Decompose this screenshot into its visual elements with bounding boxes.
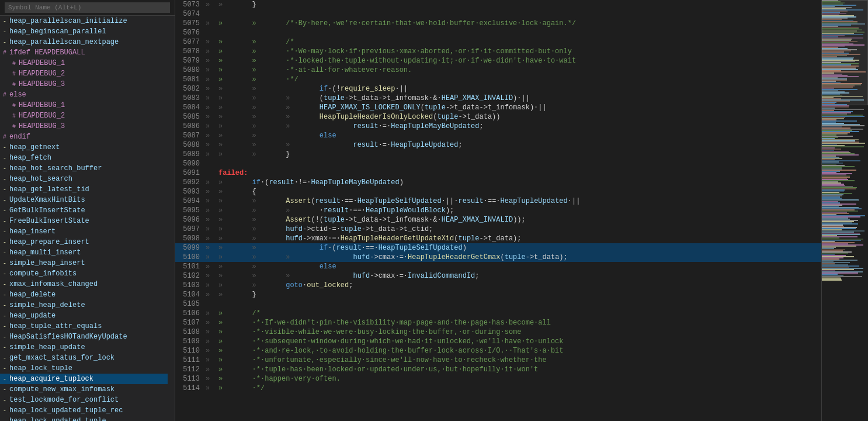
line-number: 5090 xyxy=(175,159,204,168)
line-number: 5100 xyxy=(175,253,204,262)
sidebar-item-simple_heap_update[interactable]: -simple_heap_update xyxy=(0,342,168,353)
sidebar-item-HEAPDEBUG_1_1[interactable]: #HEAPDEBUG_1 xyxy=(0,58,168,68)
line-number: 5098 xyxy=(175,234,204,243)
line-arrow: » xyxy=(204,103,216,112)
sidebar-item-heap_getnext[interactable]: -heap_getnext xyxy=(0,142,168,153)
line-arrow: » xyxy=(204,356,216,365)
sidebar-item-heap_multi_insert[interactable]: -heap_multi_insert xyxy=(0,247,168,258)
func-icon: - xyxy=(0,250,9,256)
line-code xyxy=(216,9,821,19)
symbol-search-input[interactable] xyxy=(5,2,170,13)
sidebar-item-heap_hot_search_buffer[interactable]: -heap_hot_search_buffer xyxy=(0,163,168,174)
sidebar-item-heap_acquire_tuplock[interactable]: -heap_acquire_tuplock xyxy=(0,374,168,384)
code-line-5088: 5088»» » » result·=·HeapTupleUpdated; xyxy=(175,140,821,150)
sidebar-item-else_1[interactable]: #else xyxy=(0,89,168,100)
sidebar-item-heap_delete[interactable]: -heap_delete xyxy=(0,289,168,300)
line-arrow: » xyxy=(204,0,216,9)
sidebar-item-heap_beginscan_parallel[interactable]: -heap_beginscan_parallel xyxy=(0,26,168,37)
sidebar-item-heap_insert[interactable]: -heap_insert xyxy=(0,226,168,237)
hash-icon: # xyxy=(9,113,19,119)
sidebar-item-heap_lock_updated_tuple[interactable]: -heap_lock_updated_tuple xyxy=(0,416,168,421)
line-number: 5085 xyxy=(175,112,204,122)
func-icon: - xyxy=(0,187,9,193)
func-icon: - xyxy=(0,355,9,361)
sidebar-scrollbar[interactable] xyxy=(168,16,175,421)
sidebar-item-FreeBulkInsertState[interactable]: -FreeBulkInsertState xyxy=(0,216,168,226)
func-icon: - xyxy=(0,239,9,246)
line-number: 5092 xyxy=(175,178,204,187)
sidebar-item-heap_lock_updated_tuple_rec[interactable]: -heap_lock_updated_tuple_rec xyxy=(0,405,168,416)
sidebar-item-simple_heap_delete[interactable]: -simple_heap_delete xyxy=(0,300,168,310)
code-line-5110: 5110»» ·*·and·re-lock,·to·avoid·holding·… xyxy=(175,346,821,356)
line-number: 5089 xyxy=(175,150,204,159)
line-number: 5086 xyxy=(175,122,204,131)
sidebar-item-HEAPDEBUG_3_2[interactable]: #HEAPDEBUG_3 xyxy=(0,121,168,132)
line-arrow: » xyxy=(204,140,216,150)
line-number: 5096 xyxy=(175,215,204,225)
sidebar-item-heap_fetch[interactable]: -heap_fetch xyxy=(0,153,168,163)
sidebar-item-HEAPDEBUG_1_2[interactable]: #HEAPDEBUG_1 xyxy=(0,100,168,111)
code-line-5082: 5082»» » if·(!require_sleep·|| xyxy=(175,84,821,94)
sidebar-item-label: heap_lock_updated_tuple_rec xyxy=(9,406,123,415)
code-line-5112: 5112»» ·*·tuple·has·been·locked·or·updat… xyxy=(175,365,821,374)
sidebar-item-HEAPDEBUG_3_1[interactable]: #HEAPDEBUG_3 xyxy=(0,79,168,89)
sidebar-item-label: heap_parallelscan_initialize xyxy=(9,17,127,25)
sidebar-item-heap_prepare_insert[interactable]: -heap_prepare_insert xyxy=(0,237,168,247)
sidebar-item-heap_update[interactable]: -heap_update xyxy=(0,310,168,321)
sidebar-item-HeapSatisfiesHOTandKeyUpdate[interactable]: -HeapSatisfiesHOTandKeyUpdate xyxy=(0,332,168,342)
sidebar-item-label: HEAPDEBUG_3 xyxy=(19,80,65,88)
line-number: 5079 xyxy=(175,56,204,65)
func-icon: - xyxy=(0,376,9,382)
line-arrow xyxy=(204,299,216,309)
sidebar-item-heap_parallelscan_initialize[interactable]: -heap_parallelscan_initialize xyxy=(0,16,168,26)
line-code: » » » HeapTupleHeaderIsOnlyLocked(tuple-… xyxy=(216,112,821,122)
sidebar-item-GetBulkInsertState[interactable]: -GetBulkInsertState xyxy=(0,205,168,216)
sidebar-item-compute_new_xmax_infomask[interactable]: -compute_new_xmax_infomask xyxy=(0,384,168,395)
sidebar-item-get_mxact_status_for_lock[interactable]: -get_mxact_status_for_lock xyxy=(0,353,168,363)
sidebar-item-HEAPDEBUG_2_2[interactable]: #HEAPDEBUG_2 xyxy=(0,111,168,121)
line-arrow: » xyxy=(204,243,216,253)
sidebar: -heap_parallelscan_initialize-heap_begin… xyxy=(0,0,175,421)
sidebar-item-compute_infobits[interactable]: -compute_infobits xyxy=(0,268,168,279)
code-line-5091: 5091failed: xyxy=(175,168,821,178)
line-number: 5094 xyxy=(175,196,204,206)
line-code: » » ·*·locked·the·tuple·without·updating… xyxy=(216,56,821,65)
line-arrow: » xyxy=(204,309,216,318)
sidebar-item-heap_lock_tuple[interactable]: -heap_lock_tuple xyxy=(0,363,168,374)
sidebar-item-heap_tuple_attr_equals[interactable]: -heap_tuple_attr_equals xyxy=(0,321,168,332)
minimap[interactable] xyxy=(821,0,868,421)
sidebar-item-heap_get_latest_tid[interactable]: -heap_get_latest_tid xyxy=(0,184,168,195)
line-arrow: » xyxy=(204,253,216,262)
ifdef-icon: # xyxy=(0,50,9,56)
sidebar-item-label: else xyxy=(9,91,26,99)
sidebar-item-label: get_mxact_status_for_lock xyxy=(9,354,114,362)
line-code: » » » (tuple->t_data->t_infomask·&·HEAP_… xyxy=(216,94,821,103)
sidebar-item-heap_parallelscan_nextpage[interactable]: -heap_parallelscan_nextpage xyxy=(0,37,168,47)
line-code: » » if·(!require_sleep·|| xyxy=(216,84,821,94)
sidebar-item-heap_hot_search[interactable]: -heap_hot_search xyxy=(0,174,168,184)
line-number: 5101 xyxy=(175,262,204,271)
sidebar-item-label: heap_parallelscan_nextpage xyxy=(9,38,119,46)
func-icon: - xyxy=(0,155,9,161)
line-number: 5112 xyxy=(175,365,204,374)
line-arrow: » xyxy=(204,206,216,215)
sidebar-item-endif_1[interactable]: #endif xyxy=(0,132,168,142)
sidebar-item-HEAPDEBUG_2_1[interactable]: #HEAPDEBUG_2 xyxy=(0,68,168,79)
sidebar-item-ifdef_HEAPDEBUGALL[interactable]: #ifdef HEAPDEBUGALL xyxy=(0,47,168,58)
code-line-5106: 5106»» /* xyxy=(175,309,821,318)
sidebar-item-UpdateXmaxHintBits[interactable]: -UpdateXmaxHintBits xyxy=(0,195,168,205)
sidebar-item-label: simple_heap_insert xyxy=(9,259,85,267)
code-editor[interactable]: 5073»» }50745075»» » /*·By·here,·we're·c… xyxy=(175,0,821,421)
sidebar-item-test_lockmode_for_conflict[interactable]: -test_lockmode_for_conflict xyxy=(0,395,168,405)
func-icon: - xyxy=(0,18,9,25)
sidebar-item-simple_heap_insert[interactable]: -simple_heap_insert xyxy=(0,258,168,268)
line-number: 5102 xyxy=(175,271,204,281)
sidebar-item-label: HEAPDEBUG_2 xyxy=(19,70,65,78)
line-code: » » else xyxy=(216,131,821,140)
line-number: 5087 xyxy=(175,131,204,140)
hash-icon: # xyxy=(9,102,19,109)
line-code: » } xyxy=(216,0,821,9)
line-code: » » ·*·at·all·for·whatever·reason. xyxy=(216,65,821,75)
sidebar-item-xmax_infomask_changed[interactable]: -xmax_infomask_changed xyxy=(0,279,168,289)
line-arrow: » xyxy=(204,384,216,393)
